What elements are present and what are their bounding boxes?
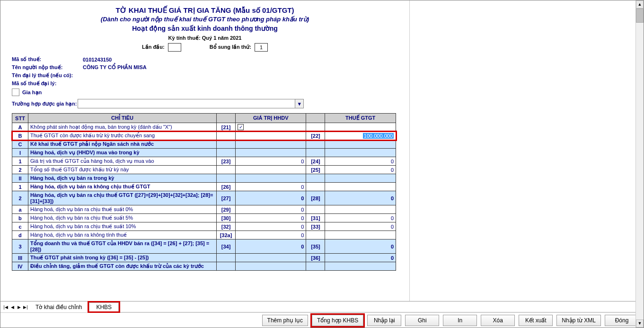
- table-row: IIHàng hoá, dịch vụ bán ra trong kỳ: [12, 174, 396, 183]
- button-bar: Thêm phụ lục Tổng hợp KHBS Nhập lại Ghi …: [0, 312, 644, 328]
- right-empty-pane: [410, 0, 644, 301]
- extension-label: Gia hạn: [22, 89, 42, 96]
- taxpayer-info: Mã số thuế: 0101243150 Tên người nộp thu…: [12, 56, 398, 108]
- table-row: BThuế GTGT còn được khấu trừ kỳ trước ch…: [12, 132, 396, 140]
- tab-prev-button[interactable]: ◀: [9, 303, 16, 311]
- vertical-scrollbar[interactable]: ▲ ▼: [635, 0, 644, 301]
- xoa-button[interactable]: Xóa: [481, 315, 515, 326]
- scroll-thumb[interactable]: [636, 9, 644, 23]
- ghi-button[interactable]: Ghi: [405, 315, 439, 326]
- scroll-up-button[interactable]: ▲: [636, 0, 644, 9]
- dong-button[interactable]: Đóng: [605, 315, 639, 326]
- table-row: dHàng hoá, dịch vụ bán ra không tính thu…: [12, 231, 396, 239]
- table-row: IVĐiều chỉnh tăng, giảm thuế GTGT còn đư…: [12, 262, 396, 271]
- highlighted-amount-22[interactable]: 100.000.000: [363, 133, 394, 139]
- tab-strip: |◀ ◀ ▶ ▶| Tờ khai điều chỉnh KHBS: [0, 301, 644, 312]
- document-pane: TỜ KHAI THUẾ GIÁ TRỊ GIA TĂNG (Mẫu số 01…: [0, 0, 410, 301]
- first-time-box[interactable]: [168, 43, 181, 52]
- tab-last-button[interactable]: ▶|: [22, 303, 29, 311]
- table-row: bHàng hoá, dịch vụ bán ra chịu thuế suất…: [12, 214, 396, 222]
- supplement-box[interactable]: 1: [255, 43, 268, 52]
- table-row: IIIThuế GTGT phát sinh trong kỳ ([36] = …: [12, 254, 396, 262]
- table-row: CKê khai thuế GTGT phải nộp Ngân sách nh…: [12, 140, 396, 149]
- payer-label: Tên người nộp thuế:: [12, 64, 83, 71]
- tab-next-button[interactable]: ▶: [16, 303, 22, 311]
- table-row: IHàng hoá, dịch vụ (HHDV) mua vào trong …: [12, 149, 396, 157]
- table-row: 1Hàng hóa, dịch vụ bán ra không chịu thu…: [12, 183, 396, 191]
- tax-code-value: 0101243150: [83, 57, 112, 62]
- table-row: cHàng hoá, dịch vụ bán ra chịu thuế suất…: [12, 222, 396, 231]
- period-row: Lần đầu: Bổ sung lần thứ: 1: [12, 43, 398, 52]
- extension-checkbox[interactable]: [12, 89, 19, 96]
- form-title: TỜ KHAI THUẾ GIÁ TRỊ GIA TĂNG (Mẫu số 01…: [12, 6, 398, 15]
- checkbox-21[interactable]: ✓: [238, 124, 244, 130]
- table-row: 2Tổng số thuế GTGT được khấu trừ kỳ này[…: [12, 166, 396, 174]
- period-label: Kỳ tính thuế: Quý 1 năm 2021: [12, 35, 398, 41]
- table-row: aHàng hoá, dịch vụ bán ra chịu thuế suất…: [12, 205, 396, 214]
- extension-case-input[interactable]: [78, 99, 295, 108]
- main-area: TỜ KHAI THUẾ GIÁ TRỊ GIA TĂNG (Mẫu số 01…: [0, 0, 644, 301]
- agent-label: Tên đại lý thuế (nếu có):: [12, 72, 83, 79]
- tax-declaration-table: STT CHỈ TIÊU GIÁ TRỊ HHDV THUẾ GTGT AKhô…: [12, 113, 396, 271]
- in-button[interactable]: In: [443, 315, 477, 326]
- col-header-stt: STT: [12, 114, 28, 123]
- col-header-giatri: GIÁ TRỊ HHDV: [236, 114, 306, 123]
- col-header-thue: THUẾ GTGT: [325, 114, 396, 123]
- col-header-chitieu: CHỈ TIÊU: [28, 114, 216, 123]
- title-block: TỜ KHAI THUẾ GIÁ TRỊ GIA TĂNG (Mẫu số 01…: [12, 6, 398, 52]
- table-row: 1Giá trị và thuế GTGT của hàng hoá, dịch…: [12, 157, 396, 166]
- agent-code-label: Mã số thuế đại lý:: [12, 80, 83, 87]
- supplement-label: Bổ sung lần thứ: 1: [210, 43, 268, 52]
- extension-dropdown-button[interactable]: ▾: [295, 99, 304, 108]
- first-time-label: Lần đầu:: [142, 43, 181, 52]
- tab-to-khai-dieu-chinh[interactable]: Tờ khai điều chỉnh: [29, 303, 89, 311]
- ket-xuat-button[interactable]: Kết xuất: [519, 315, 553, 326]
- app-window: TỜ KHAI THUẾ GIÁ TRỊ GIA TĂNG (Mẫu số 01…: [0, 0, 644, 328]
- form-activity: Hoạt động sản xuất kinh doanh thông thườ…: [12, 25, 398, 32]
- extension-case-label: Trường hợp được gia hạn:: [12, 101, 77, 107]
- nhap-tu-xml-button[interactable]: Nhập từ XML: [556, 315, 601, 326]
- them-phu-luc-button[interactable]: Thêm phụ lục: [262, 315, 308, 326]
- tong-hop-khbs-button[interactable]: Tổng hợp KHBS: [312, 315, 363, 326]
- nhap-lai-button[interactable]: Nhập lại: [367, 315, 401, 326]
- form-subtitle: (Dành cho người nộp thuế khai thuế GTGT …: [12, 16, 398, 23]
- payer-value: CÔNG TY CỔ PHẦN MISA: [83, 64, 147, 71]
- tab-first-button[interactable]: |◀: [2, 303, 9, 311]
- tab-khbs[interactable]: KHBS: [89, 302, 119, 311]
- table-row: 2Hàng hóa, dịch vụ bán ra chịu thuế GTGT…: [12, 191, 396, 205]
- table-row: 3Tổng doanh thu và thuế GTGT của HHDV bá…: [12, 239, 396, 254]
- table-row: AKhông phát sinh hoạt động mua, bán tron…: [12, 123, 396, 132]
- tax-code-label: Mã số thuế:: [12, 56, 83, 62]
